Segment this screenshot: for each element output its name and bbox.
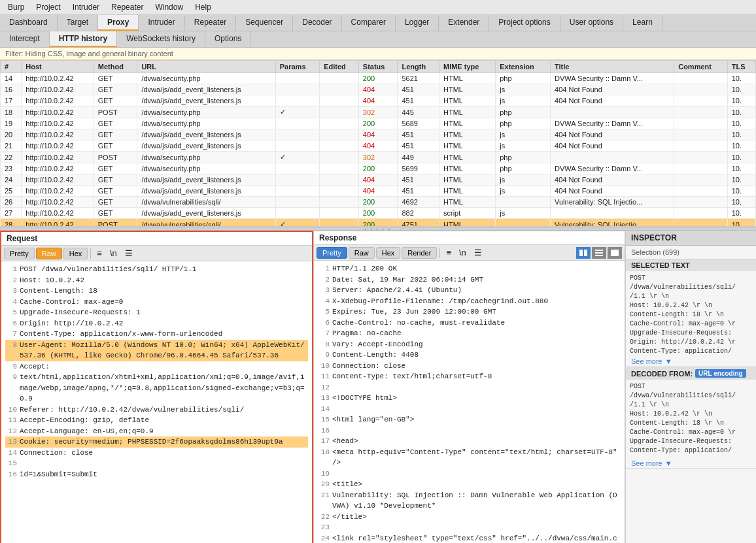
- cell-params: [275, 174, 319, 186]
- main-tab-project-options[interactable]: Project options: [489, 15, 560, 31]
- cell-comment: [674, 208, 728, 219]
- req-tab-raw[interactable]: Raw: [36, 248, 62, 259]
- cell-length: 451: [398, 140, 439, 152]
- main-tab-sequencer[interactable]: Sequencer: [236, 15, 293, 31]
- col-status[interactable]: Status: [358, 61, 398, 73]
- code-line: 18 <meta http-equiv="Content-Type" conte…: [318, 447, 621, 469]
- main-tab-decoder[interactable]: Decoder: [293, 15, 341, 31]
- code-line: 11Content-Type: text/html;charset=utf-8: [318, 371, 621, 382]
- resp-tab-hex[interactable]: Hex: [376, 247, 401, 259]
- table-row[interactable]: 23http://10.0.2.42GET/dvwa/security.php2…: [1, 163, 756, 174]
- cell-url: /dvwa/js/add_event_listeners.js: [137, 140, 275, 152]
- resp-icon-newline[interactable]: \n: [456, 246, 470, 259]
- resp-tab-raw[interactable]: Raw: [349, 247, 375, 259]
- table-row[interactable]: 14http://10.0.2.42GET/dvwa/security.php2…: [1, 73, 756, 84]
- table-row[interactable]: 17http://10.0.2.42GET/dvwa/js/add_event_…: [1, 95, 756, 107]
- cell-title: [551, 107, 674, 118]
- line-content: <title>: [332, 479, 362, 490]
- menu-help[interactable]: Help: [190, 1, 216, 13]
- proxy-tab-websockets-history[interactable]: WebSockets history: [117, 31, 205, 47]
- col-method[interactable]: Method: [94, 61, 137, 73]
- col--[interactable]: #: [1, 61, 22, 73]
- code-line: 12: [318, 382, 621, 393]
- cell-title: 404 Not Found: [551, 186, 674, 197]
- table-row[interactable]: 16http://10.0.2.42GET/dvwa/js/add_event_…: [1, 84, 756, 95]
- table-row[interactable]: 19http://10.0.2.42GET/dvwa/security.php2…: [1, 118, 756, 129]
- main-tab-learn[interactable]: Learn: [623, 15, 662, 31]
- main-tab-user-options[interactable]: User options: [560, 15, 623, 31]
- cell-extension: js: [496, 129, 551, 140]
- code-line: 21 Vulnerability: SQL Injection :: Damn …: [318, 490, 621, 512]
- cell-mime-type: HTML: [439, 219, 495, 227]
- req-icon-newline[interactable]: \n: [107, 247, 120, 259]
- cell-params: [275, 197, 319, 208]
- table-row[interactable]: 20http://10.0.2.42GET/dvwa/js/add_event_…: [1, 129, 756, 140]
- table-row[interactable]: 27http://10.0.2.42GET/dvwa/js/add_event_…: [1, 208, 756, 219]
- cell-mime-type: HTML: [439, 73, 495, 84]
- see-more-1[interactable]: See more ▼: [626, 356, 756, 367]
- menu-window[interactable]: Window: [150, 1, 188, 13]
- main-tab-intruder[interactable]: Intruder: [139, 15, 184, 31]
- menu-project[interactable]: Project: [31, 1, 65, 13]
- main-tab-extender[interactable]: Extender: [439, 15, 489, 31]
- col-length[interactable]: Length: [398, 61, 439, 73]
- req-icon-list[interactable]: ≡: [94, 247, 105, 259]
- cell-method: GET: [94, 208, 137, 219]
- line-number: 14: [318, 404, 330, 415]
- col-edited[interactable]: Edited: [320, 61, 359, 73]
- request-panel: Request Pretty Raw Hex ≡ \n ☰ 1POST /dvw…: [0, 231, 313, 543]
- menu-intruder[interactable]: Intruder: [67, 1, 105, 13]
- proxy-tab-http-history[interactable]: HTTP history: [50, 31, 117, 47]
- cell-length: 451: [398, 95, 439, 107]
- view-btn-detail[interactable]: [608, 247, 622, 259]
- cell-method: GET: [94, 186, 137, 197]
- menu-burp[interactable]: Burp: [3, 1, 29, 13]
- table-row[interactable]: 21http://10.0.2.42GET/dvwa/js/add_event_…: [1, 140, 756, 152]
- table-row[interactable]: 26http://10.0.2.42GET/dvwa/vulnerabiliti…: [1, 197, 756, 208]
- resp-tab-render[interactable]: Render: [402, 247, 437, 259]
- req-icon-menu[interactable]: ☰: [122, 247, 136, 259]
- req-tab-hex[interactable]: Hex: [63, 248, 88, 259]
- cell--: 25: [1, 186, 22, 197]
- line-content: Cache-Control: max-age=0: [20, 297, 123, 308]
- col-extension[interactable]: Extension: [496, 61, 551, 73]
- main-tab-comparer[interactable]: Comparer: [342, 15, 396, 31]
- view-btn-split[interactable]: [576, 247, 591, 259]
- proxy-tab-intercept[interactable]: Intercept: [0, 31, 50, 47]
- req-tab-pretty[interactable]: Pretty: [4, 248, 35, 259]
- main-tab-logger[interactable]: Logger: [396, 15, 439, 31]
- cell-status: 404: [358, 140, 398, 152]
- cell-host: http://10.0.2.42: [22, 163, 94, 174]
- col-title[interactable]: Title: [551, 61, 674, 73]
- col-mime-type[interactable]: MIME type: [439, 61, 495, 73]
- menu-repeater[interactable]: Repeater: [106, 1, 148, 13]
- proxy-tab-options[interactable]: Options: [205, 31, 251, 47]
- col-host[interactable]: Host: [22, 61, 94, 73]
- chevron-down-icon: ▼: [665, 357, 672, 365]
- menu-bar: Burp Project Intruder Repeater Window He…: [0, 0, 756, 15]
- col-tls[interactable]: TLS: [727, 61, 755, 73]
- table-row[interactable]: 22http://10.0.2.42POST/dvwa/security.php…: [1, 152, 756, 163]
- inspector-decoded-section: DECODED FROM: URL encoding POST /dvwa/vu…: [626, 367, 756, 469]
- col-url[interactable]: URL: [137, 61, 275, 73]
- line-content: </title>: [332, 512, 367, 523]
- main-tab-repeater[interactable]: Repeater: [185, 15, 236, 31]
- line-number: 13: [318, 393, 330, 404]
- view-btn-list[interactable]: [592, 247, 606, 259]
- table-row[interactable]: 25http://10.0.2.42GET/dvwa/js/add_event_…: [1, 186, 756, 197]
- resp-tab-pretty[interactable]: Pretty: [317, 247, 347, 259]
- code-line: 19: [318, 469, 621, 480]
- col-params[interactable]: Params: [275, 61, 319, 73]
- table-row[interactable]: 24http://10.0.2.42GET/dvwa/js/add_event_…: [1, 174, 756, 186]
- main-tab-target[interactable]: Target: [58, 15, 98, 31]
- resp-icon-list[interactable]: ≡: [443, 246, 455, 259]
- line-number: 9: [318, 350, 330, 361]
- main-tab-dashboard[interactable]: Dashboard: [0, 15, 58, 31]
- resp-icon-menu[interactable]: ☰: [471, 246, 485, 259]
- code-line: 6Origin: http://10.0.2.42: [5, 318, 308, 329]
- see-more-2[interactable]: See more ▼: [626, 458, 756, 469]
- cell-host: http://10.0.2.42: [22, 174, 94, 186]
- table-row[interactable]: 18http://10.0.2.42POST/dvwa/security.php…: [1, 107, 756, 118]
- col-comment[interactable]: Comment: [674, 61, 728, 73]
- main-tab-proxy[interactable]: Proxy: [98, 15, 139, 31]
